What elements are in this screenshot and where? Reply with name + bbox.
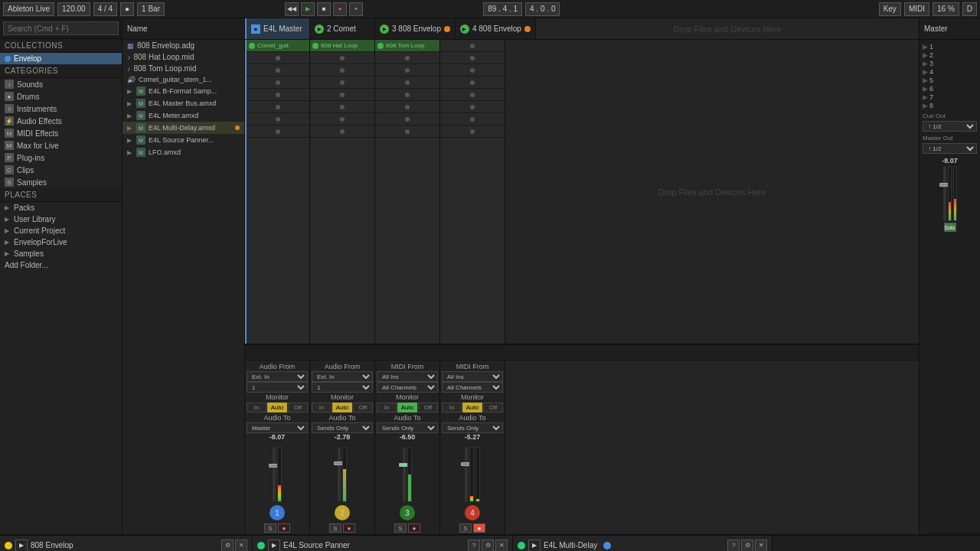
ch1-in-btn[interactable]: In [247, 403, 266, 412]
ch2-s-btn[interactable]: S [329, 523, 341, 533]
tempo-display[interactable]: 120.00 [57, 2, 90, 16]
key-btn[interactable]: Key [879, 2, 901, 16]
delay-close-btn[interactable]: ✕ [755, 540, 767, 552]
clip-slot-4-3[interactable] [440, 64, 505, 77]
clip-slot-2-4[interactable] [310, 77, 374, 89]
delay-fold-btn[interactable]: ▶ [528, 540, 541, 552]
sidebar-item-drums[interactable]: ● Drums [0, 90, 122, 103]
sidebar-item-packs[interactable]: ▶ Packs [0, 202, 122, 214]
clip-slot-3-4[interactable] [375, 77, 439, 89]
ch4-s-btn[interactable]: S [459, 523, 472, 533]
clip-slot-1-6[interactable] [247, 101, 309, 113]
stop-btn[interactable]: ■ [317, 2, 331, 16]
track-header-3[interactable]: ▶ 3 808 Envelop [375, 18, 456, 39]
file-item-b-format[interactable]: ▶ M E4L B-Format Samp... [122, 85, 244, 97]
master-slot-7[interactable]: ▶ 7 [923, 93, 977, 101]
ch4-in-btn[interactable]: In [442, 403, 462, 412]
ch1-auto-btn[interactable]: Auto [267, 403, 287, 412]
ch3-in-btn[interactable]: In [377, 403, 397, 412]
track2-play[interactable]: ▶ [315, 24, 324, 34]
sidebar-item-clips[interactable]: C Clips [0, 164, 122, 176]
file-item-multi-delay[interactable]: ▶ M E4L Multi-Delay.amxd [122, 122, 244, 134]
clip-slot-3-6[interactable] [375, 101, 439, 113]
ch4-record-btn[interactable]: ● [473, 523, 485, 533]
clip-slot-4-4[interactable] [440, 77, 505, 89]
position-display[interactable]: 89 . 4 . 1 [483, 2, 522, 16]
clip-slot-1-2[interactable] [247, 52, 309, 64]
master-slot-2[interactable]: ▶ 2 [923, 51, 977, 59]
clip-slot-3-8[interactable] [375, 126, 439, 138]
ch4-channel-select[interactable]: All Channels [442, 382, 503, 393]
sidebar-item-envelop-live[interactable]: ▶ EnvelopForLive [0, 236, 122, 248]
ch3-channel-select[interactable]: All Channels [377, 382, 438, 393]
ch3-s-btn[interactable]: S [394, 523, 407, 533]
clip-slot-1-7[interactable] [247, 113, 309, 126]
clip-slot-4-7[interactable] [440, 113, 505, 126]
file-item-tom-loop[interactable]: ♪ 808 Tom Loop.mid [122, 63, 244, 74]
clip-hat[interactable]: 808 Hat Loop [310, 40, 374, 52]
master-solo-btn[interactable]: Solo [944, 223, 956, 232]
ch1-s-btn[interactable]: S [264, 523, 276, 533]
ch2-record-btn[interactable]: ● [343, 523, 355, 533]
master-slot-3[interactable]: ▶ 3 [923, 60, 977, 67]
clip-slot-4-6[interactable] [440, 101, 505, 113]
sidebar-item-midi-effects[interactable]: M MIDI Effects [0, 127, 122, 139]
cue-out-select[interactable]: ↑ 1/2 [923, 121, 977, 132]
metronome-btn[interactable]: ● [120, 2, 134, 16]
ch1-channel-select[interactable]: 1 [247, 382, 308, 393]
ch2-audio-to-select[interactable]: Sends Only [312, 422, 373, 433]
ch3-auto-btn[interactable]: Auto [397, 403, 417, 412]
track3-play[interactable]: ▶ [380, 24, 389, 34]
ch3-off-btn[interactable]: Off [418, 403, 438, 412]
ch4-auto-btn[interactable]: Auto [462, 403, 482, 412]
ch2-in-btn[interactable]: In [312, 403, 332, 412]
back-btn[interactable]: ◀◀ [285, 2, 299, 16]
zoom-level[interactable]: 16 % [933, 2, 959, 16]
ch1-audio-from-select[interactable]: Ext. In [247, 371, 308, 382]
tap-button[interactable]: Ableton Live [3, 2, 54, 16]
sidebar-item-user-library[interactable]: ▶ User Library [0, 214, 122, 225]
clip-slot-1-4[interactable] [247, 77, 309, 89]
track-header-1[interactable]: ■ E4L Master [245, 18, 310, 39]
ch3-fader[interactable] [403, 447, 406, 502]
clip-slot-4-8[interactable] [440, 126, 505, 138]
master-out-select[interactable]: ↑ 1/2 [923, 143, 977, 154]
file-item-comet[interactable]: 🔊 Comet_guitar_stem_1... [122, 74, 244, 85]
loop-end-display[interactable]: 4 . 0 . 0 [525, 2, 560, 16]
master-slot-6[interactable]: ▶ 6 [923, 85, 977, 93]
clip-comet[interactable]: Comet_guit [247, 40, 309, 52]
master-slot-5[interactable]: ▶ 5 [923, 77, 977, 84]
add-btn[interactable]: + [349, 2, 363, 16]
d-btn[interactable]: D [962, 2, 977, 16]
sidebar-item-current-project[interactable]: ▶ Current Project [0, 225, 122, 236]
file-item-808-envelop[interactable]: ▦ 808 Envelop.adg [122, 40, 244, 51]
file-item-master-bus[interactable]: ▶ M E4L Master Bus.amxd [122, 97, 244, 109]
sidebar-item-max-for-live[interactable]: M Max for Live [0, 139, 122, 152]
ch4-audio-to-select[interactable]: Sends Only [442, 422, 503, 433]
ch3-audio-to-select[interactable]: Sends Only [377, 422, 438, 433]
clip-slot-2-7[interactable] [310, 113, 374, 126]
ch2-fader[interactable] [338, 447, 341, 502]
sidebar-item-envelop[interactable]: Envelop [0, 53, 122, 64]
panner-settings-btn[interactable]: ⚙ [482, 540, 494, 552]
ch4-number[interactable]: 4 [465, 505, 480, 520]
track1-play[interactable]: ■ [251, 24, 260, 34]
clip-tom[interactable]: 808 Tom Loop [375, 40, 439, 52]
clip-slot-2-8[interactable] [310, 126, 374, 138]
ch2-auto-btn[interactable]: Auto [332, 403, 352, 412]
ch3-midi-from-select[interactable]: All Ins [377, 371, 438, 382]
sidebar-item-audio-effects[interactable]: ⚡ Audio Effects [0, 115, 122, 127]
ch1-number[interactable]: 1 [270, 505, 285, 520]
master-slot-4[interactable]: ▶ 4 [923, 68, 977, 76]
delay-settings-btn[interactable]: ⚙ [741, 540, 753, 552]
clip-slot-3-5[interactable] [375, 89, 439, 101]
ch1-fader[interactable] [273, 447, 276, 502]
panner-fold-btn[interactable]: ▶ [268, 540, 280, 552]
instrument-fold-btn[interactable]: ▶ [15, 540, 28, 552]
instrument-settings-btn[interactable]: ⚙ [221, 540, 234, 552]
clip-slot-3-2[interactable] [375, 52, 439, 64]
ch3-record-btn[interactable]: ● [408, 523, 420, 533]
clip-slot-2-2[interactable] [310, 52, 374, 64]
sidebar-item-sounds[interactable]: ♪ Sounds [0, 78, 122, 90]
master-slot-8[interactable]: ▶ 8 [923, 102, 977, 109]
